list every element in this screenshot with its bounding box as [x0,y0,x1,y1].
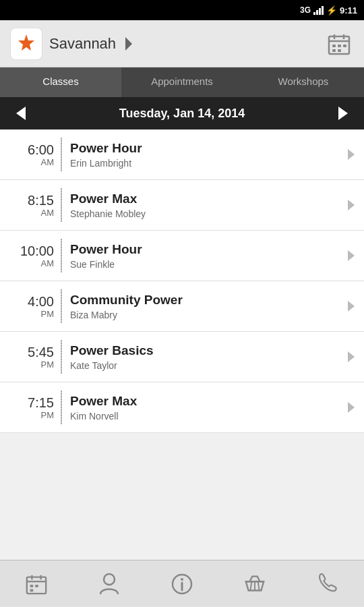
time-block-0: 6:00 AM [0,142,61,167]
status-time: 9:11 [340,5,357,16]
class-details-1: Power Max Stephanie Mobley [70,191,338,220]
class-name-4: Power Basics [70,343,338,359]
nav-info-button[interactable] [146,560,218,607]
status-bar: 3G ⚡ 9:11 [0,0,364,20]
svg-rect-7 [343,45,346,47]
time-block-5: 7:15 PM [0,395,61,420]
class-item-2[interactable]: 10:00 AM Power Hour Sue Finkle [0,231,364,281]
chevron-right-icon-4 [348,351,355,362]
nav-profile-button[interactable] [73,560,146,607]
current-date: Tuesday, Jan 14, 2014 [119,107,245,121]
class-chevron-3 [338,301,364,312]
class-instructor-2: Sue Finkle [70,259,338,270]
tab-workshops[interactable]: Workshops [243,67,364,97]
tab-appointments-label: Appointments [151,76,213,87]
sunburst-icon [16,33,37,55]
class-chevron-5 [338,402,364,413]
svg-line-24 [258,581,260,590]
time-block-2: 10:00 AM [0,243,61,268]
next-arrow-icon [338,107,348,120]
svg-rect-15 [35,584,38,587]
time-divider-1 [61,188,62,222]
class-chevron-2 [338,250,364,261]
calendar-button[interactable] [324,29,354,59]
bottom-nav [0,560,364,607]
info-icon [171,573,193,595]
class-details-3: Community Power Biza Mabry [70,292,338,321]
class-item-5[interactable]: 7:15 PM Power Max Kim Norvell [0,382,364,433]
svg-rect-8 [332,49,336,52]
time-ampm-0: AM [0,157,54,167]
class-details-0: Power Hour Erin Lambright [70,140,338,169]
signal-bar-1 [313,12,315,15]
svg-rect-9 [338,49,341,52]
time-hour-5: 7:15 [0,395,54,410]
time-ampm-3: PM [0,309,54,319]
svg-line-22 [250,581,251,590]
tab-classes[interactable]: Classes [0,67,121,97]
class-details-2: Power Hour Sue Finkle [70,241,338,270]
basket-icon [243,573,266,596]
chevron-right-icon-2 [348,250,355,261]
time-hour-4: 5:45 [0,345,54,359]
class-details-4: Power Basics Kate Taylor [70,343,338,372]
nav-schedule-button[interactable] [0,560,73,607]
calendar-icon [327,32,351,56]
class-name-2: Power Hour [70,241,338,258]
class-item-3[interactable]: 4:00 PM Community Power Biza Mabry [0,281,364,332]
svg-rect-5 [332,45,336,47]
prev-date-button[interactable] [11,107,31,120]
svg-rect-6 [338,45,341,47]
class-item-0[interactable]: 6:00 AM Power Hour Erin Lambright [0,129,364,180]
class-chevron-0 [338,149,364,160]
app-header: Savannah [0,20,364,67]
time-hour-2: 10:00 [0,243,54,258]
class-chevron-1 [338,200,364,210]
battery-icon: ⚡ [326,5,337,16]
chevron-right-icon-0 [348,149,355,160]
class-name-3: Community Power [70,292,338,309]
date-nav: Tuesday, Jan 14, 2014 [0,97,364,129]
tab-appointments[interactable]: Appointments [121,67,243,97]
dropdown-arrow-icon[interactable] [125,37,132,51]
time-hour-1: 8:15 [0,193,54,208]
signal-bar-3 [319,8,321,15]
phone-icon [317,573,338,596]
chevron-right-icon-3 [348,301,355,312]
signal-bars-icon [313,5,324,15]
classes-container: 6:00 AM Power Hour Erin Lambright 8:15 A… [0,129,364,433]
svg-rect-16 [30,589,34,591]
class-item-1[interactable]: 8:15 AM Power Max Stephanie Mobley [0,180,364,231]
signal-bar-4 [322,6,324,15]
class-instructor-4: Kate Taylor [70,360,338,371]
tab-classes-label: Classes [42,76,78,87]
network-indicator: 3G [300,5,311,15]
class-name-0: Power Hour [70,140,338,157]
schedule-icon [25,573,48,596]
nav-phone-button[interactable] [291,560,364,607]
chevron-right-icon-1 [348,200,355,210]
tab-bar: Classes Appointments Workshops [0,67,364,97]
next-date-button[interactable] [333,107,353,120]
time-block-1: 8:15 AM [0,193,61,218]
nav-basket-button[interactable] [218,560,291,607]
class-details-5: Power Max Kim Norvell [70,393,338,422]
class-instructor-5: Kim Norvell [70,411,338,422]
app-title: Savannah [49,35,116,53]
prev-arrow-icon [16,107,26,120]
time-block-3: 4:00 PM [0,294,61,319]
svg-rect-14 [30,584,34,587]
tab-workshops-label: Workshops [278,76,329,87]
status-icons: 3G ⚡ 9:11 [300,5,357,16]
class-item-4[interactable]: 5:45 PM Power Basics Kate Taylor [0,332,364,382]
signal-bar-2 [316,10,318,15]
time-divider-5 [61,391,62,424]
classes-list: 6:00 AM Power Hour Erin Lambright 8:15 A… [0,129,364,577]
class-name-5: Power Max [70,393,338,410]
time-divider-4 [61,340,62,374]
time-divider-2 [61,239,62,272]
chevron-right-icon-5 [348,402,355,413]
app-logo-area: Savannah [10,28,132,60]
class-instructor-0: Erin Lambright [70,158,338,169]
time-ampm-5: PM [0,410,54,420]
